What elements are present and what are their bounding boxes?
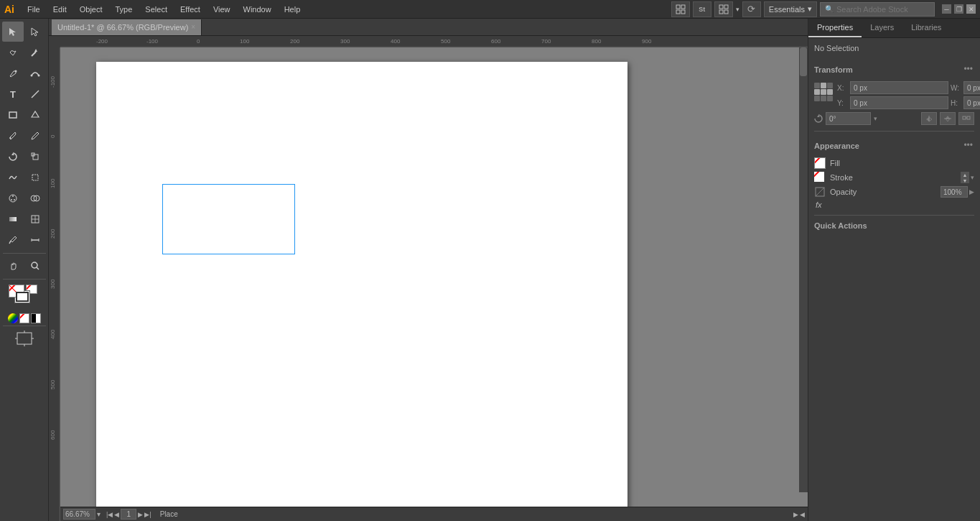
mesh-tool[interactable] bbox=[24, 209, 46, 229]
grid-chevron-icon[interactable]: ▾ bbox=[736, 6, 739, 13]
none-mode-btn[interactable] bbox=[19, 313, 29, 323]
fill-icon[interactable] bbox=[814, 157, 826, 169]
nav-next-btn[interactable]: ▶ bbox=[138, 511, 143, 518]
line-tool[interactable] bbox=[24, 84, 46, 104]
menu-view[interactable]: View bbox=[207, 4, 236, 15]
rotate-chevron[interactable]: ▾ bbox=[874, 115, 877, 122]
menu-object[interactable]: Object bbox=[74, 4, 108, 15]
black-white-btn[interactable] bbox=[31, 313, 41, 323]
color-mode-btn[interactable] bbox=[8, 313, 18, 323]
document-tab[interactable]: Untitled-1* @ 66.67% (RGB/Preview) × bbox=[52, 19, 202, 35]
flip-v-btn[interactable] bbox=[940, 112, 956, 125]
puppet-warp-tool[interactable] bbox=[2, 188, 24, 208]
fill-label[interactable]: Fill bbox=[830, 159, 840, 167]
lasso-tool[interactable] bbox=[2, 42, 24, 63]
zoom-chevron-icon[interactable]: ▾ bbox=[97, 510, 101, 518]
stroke-up-btn[interactable]: ▲ bbox=[961, 172, 969, 177]
more-transform-btn[interactable] bbox=[958, 112, 974, 125]
nav-first-btn[interactable]: |◀ bbox=[106, 511, 113, 518]
play-btn[interactable]: ▶ bbox=[793, 511, 798, 518]
arrange-tool-btn[interactable] bbox=[671, 1, 690, 17]
appearance-more-btn[interactable]: ••• bbox=[962, 139, 974, 152]
tab-close-btn[interactable]: × bbox=[191, 23, 195, 31]
w-input[interactable] bbox=[963, 81, 980, 94]
artboard-tool[interactable] bbox=[14, 328, 35, 349]
ref-cell-bl[interactable] bbox=[814, 96, 820, 101]
measure-tool[interactable] bbox=[24, 230, 46, 250]
pencil-tool[interactable] bbox=[24, 126, 46, 146]
stock-btn[interactable]: St bbox=[693, 1, 711, 17]
canvas-area[interactable]: Untitled-1* @ 66.67% (RGB/Preview) × -20… bbox=[49, 19, 808, 521]
curvature-tool[interactable] bbox=[24, 63, 46, 83]
workspace-selector[interactable]: Essentials ▾ bbox=[764, 1, 817, 17]
menu-help[interactable]: Help bbox=[279, 4, 307, 15]
canvas-content[interactable] bbox=[60, 47, 808, 507]
menu-type[interactable]: Type bbox=[110, 4, 139, 15]
ref-cell-tc[interactable] bbox=[821, 83, 826, 88]
scrollbar-vertical-thumb[interactable] bbox=[800, 47, 807, 76]
grid-btn[interactable] bbox=[714, 1, 733, 17]
sync-btn[interactable]: ⟳ bbox=[742, 1, 761, 17]
ref-cell-ml[interactable] bbox=[814, 89, 820, 95]
shape-builder-tool[interactable] bbox=[24, 188, 46, 208]
menu-edit[interactable]: Edit bbox=[47, 4, 73, 15]
menu-effect[interactable]: Effect bbox=[174, 4, 206, 15]
menu-window[interactable]: Window bbox=[238, 4, 277, 15]
flip-h-btn[interactable] bbox=[921, 112, 937, 125]
search-stock-input[interactable] bbox=[836, 5, 930, 14]
stroke-down-btn[interactable]: ▼ bbox=[961, 177, 969, 183]
ref-cell-br[interactable] bbox=[827, 96, 833, 101]
minimize-btn[interactable]: ─ bbox=[942, 4, 951, 14]
warp-tool[interactable] bbox=[2, 167, 24, 188]
stroke-swatch[interactable] bbox=[16, 292, 29, 302]
opacity-chevron[interactable]: ▶ bbox=[969, 188, 974, 195]
x-input[interactable] bbox=[850, 81, 948, 94]
direct-selection-tool[interactable] bbox=[24, 22, 46, 42]
transform-more-btn[interactable]: ••• bbox=[962, 63, 974, 75]
menu-select[interactable]: Select bbox=[139, 4, 173, 15]
eyedropper-tool[interactable] bbox=[2, 230, 24, 250]
scrollbar-vertical[interactable] bbox=[799, 47, 808, 492]
rotate-input[interactable] bbox=[826, 112, 871, 125]
reference-point-box[interactable] bbox=[814, 83, 833, 101]
magic-wand-tool[interactable] bbox=[24, 42, 46, 63]
stroke-spinner[interactable]: ▲ ▼ bbox=[961, 172, 969, 183]
gradient-tool[interactable] bbox=[2, 209, 24, 229]
menu-file[interactable]: File bbox=[22, 4, 46, 15]
search-stock-field[interactable]: 🔍 bbox=[820, 2, 935, 17]
restore-btn[interactable]: ❐ bbox=[954, 4, 963, 14]
ref-cell-tr[interactable] bbox=[827, 83, 833, 88]
pen-tool[interactable] bbox=[2, 63, 24, 83]
hand-tool[interactable] bbox=[2, 256, 24, 276]
selection-tool[interactable] bbox=[2, 22, 24, 42]
opacity-input[interactable] bbox=[941, 186, 968, 198]
rotate-tool[interactable] bbox=[2, 147, 24, 167]
navigate-btn[interactable]: ◀ bbox=[800, 511, 805, 518]
tab-layers[interactable]: Layers bbox=[862, 19, 902, 37]
rectangle-tool[interactable] bbox=[2, 105, 24, 125]
ref-cell-bc[interactable] bbox=[821, 96, 826, 101]
fx-label[interactable]: fx bbox=[816, 200, 822, 209]
ref-cell-mc[interactable] bbox=[821, 89, 826, 95]
h-input[interactable] bbox=[963, 96, 980, 109]
y-input[interactable] bbox=[850, 96, 948, 109]
page-input[interactable] bbox=[121, 509, 136, 520]
artboard[interactable] bbox=[96, 62, 627, 507]
paintbrush-tool[interactable] bbox=[2, 126, 24, 146]
ref-cell-mr[interactable] bbox=[827, 89, 833, 95]
stroke-label[interactable]: Stroke bbox=[830, 173, 853, 182]
ref-cell-tl[interactable] bbox=[814, 83, 820, 88]
zoom-tool[interactable] bbox=[24, 256, 46, 276]
type-tool[interactable]: T bbox=[2, 84, 24, 104]
shaper-tool[interactable] bbox=[24, 105, 46, 125]
stroke-icon[interactable] bbox=[814, 172, 826, 183]
close-btn[interactable]: ✕ bbox=[966, 4, 976, 14]
free-transform-tool[interactable] bbox=[24, 167, 46, 188]
opacity-label[interactable]: Opacity bbox=[830, 188, 857, 196]
nav-last-btn[interactable]: ▶| bbox=[144, 511, 151, 518]
stroke-dropdown-chevron[interactable]: ▾ bbox=[971, 174, 974, 181]
tab-libraries[interactable]: Libraries bbox=[902, 19, 950, 37]
zoom-input[interactable] bbox=[63, 509, 95, 520]
scale-tool[interactable] bbox=[24, 147, 46, 167]
tab-properties[interactable]: Properties bbox=[808, 19, 862, 37]
